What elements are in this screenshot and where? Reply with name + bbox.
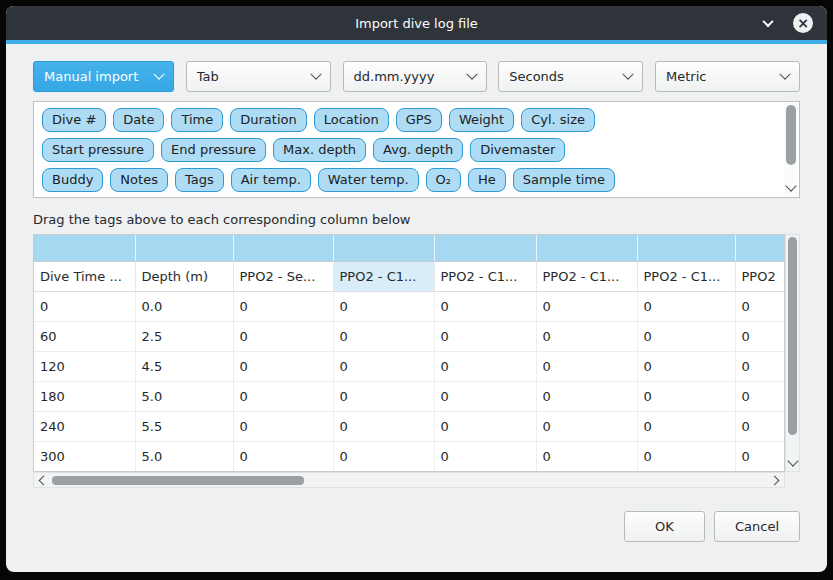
tag-water-temp[interactable]: Water temp. — [318, 168, 419, 192]
scrollbar-thumb[interactable] — [788, 237, 797, 435]
combo-value: Tab — [197, 69, 304, 84]
tag-date[interactable]: Date — [113, 108, 164, 132]
combo-value: Seconds — [509, 69, 616, 84]
column-drop-target[interactable] — [135, 235, 233, 261]
table-cell: 5.5 — [135, 411, 233, 441]
table-row: 2405.5000000 — [34, 411, 785, 441]
tag-tags[interactable]: Tags — [175, 168, 224, 192]
tag-dive[interactable]: Dive # — [42, 108, 106, 132]
scrollbar-thumb[interactable] — [52, 476, 304, 485]
table-cell: 0 — [333, 441, 434, 471]
table-cell: 0 — [735, 291, 785, 321]
column-header[interactable]: Dive Time ... — [34, 261, 135, 291]
column-drop-target[interactable] — [735, 235, 785, 261]
tag-start-pressure[interactable]: Start pressure — [42, 138, 154, 162]
close-button[interactable]: × — [793, 13, 813, 33]
column-header[interactable]: PPO2 — [735, 261, 785, 291]
column-drop-target[interactable] — [333, 235, 434, 261]
column-header[interactable]: PPO2 - C1... — [333, 261, 434, 291]
table-cell: 0.0 — [135, 291, 233, 321]
titlebar-buttons: × — [759, 6, 813, 40]
tag-cyl-size[interactable]: Cyl. size — [521, 108, 595, 132]
import-dialog-window: Import dive log file × Manual import Tab… — [6, 6, 827, 572]
table-cell: 0 — [233, 291, 333, 321]
table-cell: 0 — [434, 291, 536, 321]
tags-scrollbar[interactable] — [784, 103, 798, 196]
tag-gps[interactable]: GPS — [396, 108, 442, 132]
tag-sample-time[interactable]: Sample time — [513, 168, 615, 192]
table-cell: 0 — [233, 351, 333, 381]
table-cell: 0 — [333, 321, 434, 351]
column-header[interactable]: PPO2 - C1... — [637, 261, 735, 291]
date-format-select[interactable]: dd.mm.yyyy — [343, 61, 487, 92]
tag-notes[interactable]: Notes — [110, 168, 168, 192]
column-drop-target[interactable] — [536, 235, 637, 261]
table-cell: 120 — [34, 351, 135, 381]
shade-button[interactable] — [759, 16, 777, 30]
table-cell: 0 — [735, 381, 785, 411]
chevron-down-icon — [310, 68, 321, 79]
dialog-buttons: OK Cancel — [33, 511, 800, 542]
tag-duration[interactable]: Duration — [230, 108, 306, 132]
dialog-content: Manual import Tab dd.mm.yyyy Seconds Met… — [6, 44, 827, 572]
table-cell: 0 — [434, 321, 536, 351]
chevron-down-icon[interactable] — [787, 455, 798, 466]
titlebar[interactable]: Import dive log file × — [6, 6, 827, 40]
table-cell: 0 — [233, 411, 333, 441]
table-cell: 0 — [735, 321, 785, 351]
table-cell: 0 — [233, 381, 333, 411]
table-cell: 4.5 — [135, 351, 233, 381]
column-header[interactable]: PPO2 - C1... — [434, 261, 536, 291]
table-cell: 0 — [536, 351, 637, 381]
page-title: Import dive log file — [355, 16, 478, 31]
table-row: 00.0000000 — [34, 291, 785, 321]
column-header[interactable]: PPO2 - C1... — [536, 261, 637, 291]
tag-buddy[interactable]: Buddy — [42, 168, 103, 192]
chevron-down-icon[interactable] — [785, 180, 796, 191]
column-drop-target[interactable] — [637, 235, 735, 261]
table-cell: 0 — [333, 291, 434, 321]
field-separator-select[interactable]: Tab — [186, 61, 331, 92]
chevron-down-icon — [762, 16, 773, 27]
table-vertical-scrollbar[interactable] — [785, 234, 800, 472]
chevron-down-icon — [466, 68, 477, 79]
table-cell: 0 — [536, 381, 637, 411]
tag-end-pressure[interactable]: End pressure — [161, 138, 266, 162]
column-drop-target[interactable] — [34, 235, 135, 261]
table-cell: 0 — [434, 411, 536, 441]
tag-o[interactable]: O₂ — [426, 168, 461, 192]
table-cell: 5.0 — [135, 441, 233, 471]
chevron-right-icon[interactable] — [770, 476, 780, 486]
cancel-button[interactable]: Cancel — [714, 511, 800, 542]
tag-weight[interactable]: Weight — [449, 108, 514, 132]
table-row: 3005.0000000 — [34, 441, 785, 471]
tag-palette: Dive #DateTimeDurationLocationGPSWeightC… — [33, 101, 800, 198]
scrollbar-thumb[interactable] — [786, 105, 796, 165]
column-header[interactable]: Depth (m) — [135, 261, 233, 291]
column-header[interactable]: PPO2 - Se... — [233, 261, 333, 291]
table-row: 602.5000000 — [34, 321, 785, 351]
column-drop-target[interactable] — [233, 235, 333, 261]
tag-he[interactable]: He — [468, 168, 506, 192]
tag-location[interactable]: Location — [314, 108, 389, 132]
time-format-select[interactable]: Seconds — [498, 61, 643, 92]
table-row: 1204.5000000 — [34, 351, 785, 381]
chevron-left-icon[interactable] — [39, 476, 49, 486]
tag-time[interactable]: Time — [171, 108, 223, 132]
table-cell: 300 — [34, 441, 135, 471]
table-cell: 240 — [34, 411, 135, 441]
table-horizontal-scrollbar[interactable] — [33, 472, 785, 488]
table-cell: 0 — [233, 441, 333, 471]
import-type-select[interactable]: Manual import — [33, 61, 174, 92]
tag-row: Dive #DateTimeDurationLocationGPSWeightC… — [42, 108, 768, 132]
table-cell: 0 — [434, 381, 536, 411]
tag-max-depth[interactable]: Max. depth — [273, 138, 366, 162]
column-drop-target[interactable] — [434, 235, 536, 261]
tag-divemaster[interactable]: Divemaster — [470, 138, 565, 162]
units-select[interactable]: Metric — [655, 61, 800, 92]
tag-avg-depth[interactable]: Avg. depth — [373, 138, 463, 162]
tag-air-temp[interactable]: Air temp. — [231, 168, 311, 192]
table-cell: 0 — [536, 441, 637, 471]
table-cell: 0 — [735, 411, 785, 441]
ok-button[interactable]: OK — [624, 511, 705, 542]
